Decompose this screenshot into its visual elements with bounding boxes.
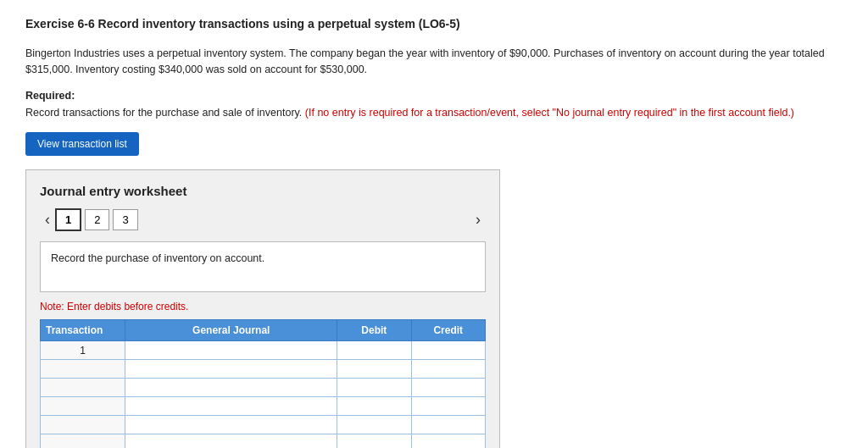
transaction-description-box: Record the purchase of inventory on acco… — [40, 241, 486, 292]
tab-3[interactable]: 3 — [113, 209, 137, 230]
debit-cell[interactable] — [337, 397, 411, 416]
debit-cell[interactable] — [337, 341, 411, 360]
transaction-num-cell — [41, 397, 125, 416]
instructions-prefix: Record transactions for the purchase and… — [25, 107, 305, 119]
credit-cell[interactable] — [411, 341, 485, 360]
worksheet-title: Journal entry worksheet — [40, 184, 486, 198]
credit-cell[interactable] — [411, 397, 485, 416]
table-row — [41, 379, 486, 397]
required-label: Required: — [25, 90, 843, 102]
tab-2[interactable]: 2 — [85, 209, 109, 230]
table-row — [41, 397, 486, 416]
view-transaction-list-button[interactable]: View transaction list — [25, 132, 139, 156]
credit-input[interactable] — [415, 419, 481, 431]
description: Bingerton Industries uses a perpetual in… — [25, 46, 839, 78]
general-journal-cell[interactable] — [125, 379, 337, 397]
credit-input[interactable] — [415, 438, 481, 448]
credit-cell[interactable] — [411, 379, 485, 397]
general-journal-input[interactable] — [129, 363, 333, 375]
transaction-num-cell — [41, 379, 125, 397]
general-journal-cell[interactable] — [125, 416, 337, 434]
table-row — [41, 360, 486, 379]
general-journal-input[interactable] — [129, 401, 333, 412]
credit-cell[interactable] — [411, 360, 485, 379]
transaction-num-cell — [41, 360, 125, 379]
prev-tab-arrow[interactable]: ‹ — [40, 209, 55, 230]
instructions-red: (If no entry is required for a transacti… — [305, 107, 794, 119]
debit-input[interactable] — [341, 345, 407, 357]
credit-input[interactable] — [415, 382, 481, 394]
page-title: Exercise 6-6 Record inventory transactio… — [25, 17, 843, 30]
col-credit: Credit — [411, 320, 485, 341]
debit-cell[interactable] — [337, 379, 411, 397]
table-row — [41, 416, 486, 434]
journal-entry-worksheet: Journal entry worksheet ‹ 1 2 3 › Record… — [25, 169, 500, 448]
general-journal-input[interactable] — [129, 382, 333, 394]
debit-cell[interactable] — [337, 434, 411, 448]
general-journal-cell[interactable] — [125, 341, 337, 360]
table-row — [41, 434, 486, 448]
debit-input[interactable] — [341, 401, 407, 412]
credit-cell[interactable] — [411, 416, 485, 434]
debit-input[interactable] — [341, 363, 407, 375]
tab-1[interactable]: 1 — [55, 208, 81, 231]
debit-cell[interactable] — [337, 416, 411, 434]
general-journal-input[interactable] — [129, 438, 333, 448]
credit-input[interactable] — [415, 363, 481, 375]
transaction-num-cell: 1 — [41, 341, 125, 360]
credit-input[interactable] — [415, 401, 481, 412]
debit-cell[interactable] — [337, 360, 411, 379]
next-tab-arrow[interactable]: › — [470, 209, 486, 230]
debit-input[interactable] — [341, 438, 407, 448]
debit-input[interactable] — [341, 419, 407, 431]
credit-cell[interactable] — [411, 434, 485, 448]
table-row: 1 — [41, 341, 486, 360]
col-debit: Debit — [337, 320, 411, 341]
general-journal-cell[interactable] — [125, 397, 337, 416]
instructions: Record transactions for the purchase and… — [25, 105, 839, 121]
general-journal-input[interactable] — [129, 345, 333, 357]
journal-table: Transaction General Journal Debit Credit… — [40, 319, 486, 448]
general-journal-cell[interactable] — [125, 434, 337, 448]
nav-row: ‹ 1 2 3 › — [40, 208, 486, 231]
transaction-num-cell — [41, 416, 125, 434]
col-general-journal: General Journal — [125, 320, 337, 341]
note-text: Note: Enter debits before credits. — [40, 301, 486, 312]
credit-input[interactable] — [415, 345, 481, 357]
transaction-num-cell — [41, 434, 125, 448]
debit-input[interactable] — [341, 382, 407, 394]
col-transaction: Transaction — [41, 320, 125, 341]
general-journal-input[interactable] — [129, 419, 333, 431]
general-journal-cell[interactable] — [125, 360, 337, 379]
